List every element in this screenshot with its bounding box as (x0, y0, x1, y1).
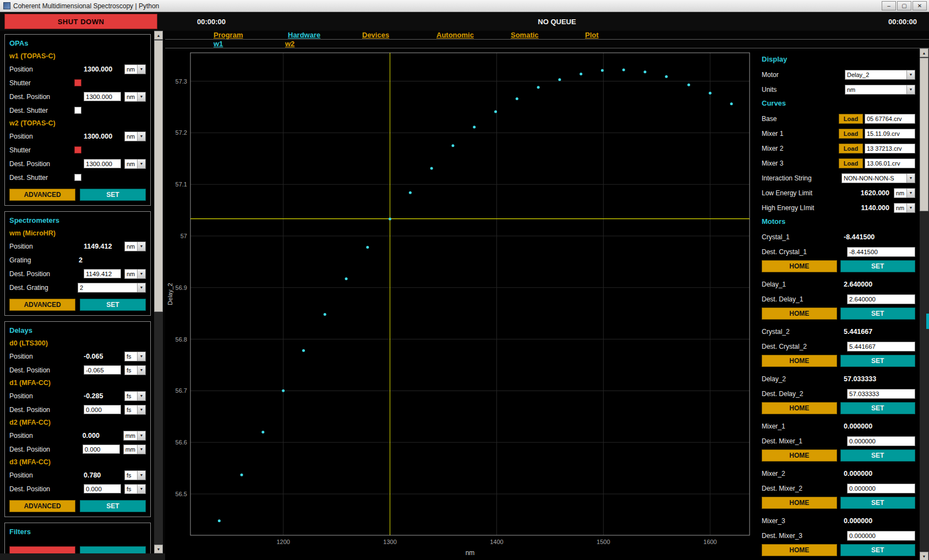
dest-units-combo[interactable]: fs ▼ (124, 405, 146, 415)
opas-advanced-button[interactable]: ADVANCED (9, 189, 75, 201)
shutdown-button[interactable]: SHUT DOWN (4, 14, 157, 29)
main-tab[interactable]: Somatic (511, 31, 585, 39)
curve-file-input[interactable] (865, 129, 915, 139)
main-tab[interactable]: Autonomic (436, 31, 511, 39)
home-button[interactable]: HOME (762, 308, 837, 320)
position-units-combo[interactable]: nm ▼ (124, 241, 146, 251)
scrollbar-thumb[interactable] (154, 40, 163, 312)
load-curve-button[interactable]: Load (839, 114, 863, 124)
motor-name: Crystal_1 (762, 233, 844, 241)
motor-dest-input[interactable] (847, 294, 915, 304)
svg-text:56.8: 56.8 (176, 336, 187, 343)
maximize-button[interactable]: ▢ (897, 1, 911, 10)
position-units-combo[interactable]: nm ▼ (124, 131, 146, 141)
curve-file-input[interactable] (865, 158, 915, 168)
filters-red-button[interactable] (9, 546, 75, 553)
dest-units-combo[interactable]: mm ▼ (123, 444, 146, 454)
dest-position-input[interactable] (84, 269, 121, 278)
hardware-subtab[interactable]: w2 (285, 40, 357, 48)
motor-dest-input[interactable] (847, 436, 915, 446)
motor-dest-input[interactable] (847, 342, 915, 352)
load-curve-button[interactable]: Load (839, 158, 863, 168)
set-button[interactable]: SET (840, 449, 916, 462)
set-button[interactable]: SET (840, 497, 916, 509)
position-units-combo[interactable]: fs ▼ (124, 391, 146, 401)
dest-position-input[interactable] (84, 159, 121, 168)
spectrometers-advanced-button[interactable]: ADVANCED (9, 299, 75, 311)
main-tab[interactable]: Program (214, 31, 288, 39)
main-tab[interactable]: Plot (585, 31, 659, 39)
motor-dest-label: Dest. Crystal_2 (762, 343, 847, 350)
dest-units-combo[interactable]: fs ▼ (124, 484, 146, 494)
position-units-combo[interactable]: fs ▼ (124, 352, 146, 361)
chevron-down-icon: ▼ (906, 70, 915, 79)
motor-combo[interactable]: Delay_2 ▼ (845, 70, 915, 80)
dest-shutter-checkbox[interactable] (74, 174, 81, 181)
set-button[interactable]: SET (840, 308, 916, 320)
dest-units-combo[interactable]: nm ▼ (124, 159, 146, 169)
minimize-button[interactable]: – (882, 1, 896, 10)
set-button[interactable]: SET (840, 402, 916, 414)
motor-dest-input[interactable] (847, 484, 915, 493)
set-button[interactable]: SET (840, 355, 916, 367)
spectrometers-set-button[interactable]: SET (80, 299, 146, 311)
opas-set-button[interactable]: SET (80, 189, 146, 201)
close-button[interactable]: ✕ (912, 1, 927, 10)
plot-canvas[interactable]: 1200130014001500160056.556.656.756.856.9… (165, 48, 757, 560)
dest-position-input[interactable] (84, 405, 121, 414)
dest-units-combo[interactable]: nm ▼ (124, 92, 146, 102)
delays-set-button[interactable]: SET (80, 500, 146, 512)
home-button[interactable]: HOME (762, 544, 837, 556)
left-scrollbar[interactable]: ▲ ▼ (154, 31, 163, 553)
right-scrollbar[interactable]: ▲ ▼ (920, 48, 929, 560)
tuning-curve-plot[interactable]: 1200130014001500160056.556.656.756.856.9… (165, 48, 757, 560)
delays-advanced-button[interactable]: ADVANCED (9, 500, 75, 512)
home-button[interactable]: HOME (762, 402, 837, 414)
motor-dest-input[interactable] (847, 247, 915, 257)
position-units-combo[interactable]: nm ▼ (124, 64, 146, 74)
dest-position-input[interactable] (84, 484, 121, 493)
position-row: Position 0.000 mm ▼ (9, 429, 146, 442)
main-tab[interactable]: Hardware (288, 31, 362, 39)
hardware-subtab[interactable]: w1 (214, 40, 285, 48)
scrollbar-thumb[interactable] (920, 58, 928, 211)
home-button[interactable]: HOME (762, 355, 837, 367)
scroll-up-icon[interactable]: ▲ (920, 48, 928, 57)
filters-set-button[interactable] (80, 546, 146, 553)
curve-file-input[interactable] (865, 144, 915, 153)
dest-units-combo[interactable]: nm ▼ (124, 269, 146, 279)
motor-dest-input[interactable] (847, 389, 915, 399)
position-units-combo[interactable]: mm ▼ (123, 431, 146, 441)
home-button[interactable]: HOME (762, 449, 837, 462)
low-energy-limit-value: 1620.000 (850, 189, 889, 197)
home-button[interactable]: HOME (762, 260, 837, 272)
high-energy-limit-row: High Energy LImit 1140.000 nm ▼ (757, 200, 920, 215)
low-energy-units-combo[interactable]: nm ▼ (894, 188, 915, 198)
set-button[interactable]: SET (840, 544, 916, 556)
dest-position-input[interactable] (84, 365, 121, 375)
dest-shutter-checkbox[interactable] (74, 107, 81, 114)
home-button[interactable]: HOME (762, 497, 837, 509)
scroll-down-icon[interactable]: ▼ (154, 545, 163, 553)
load-curve-button[interactable]: Load (839, 129, 863, 139)
scroll-up-icon[interactable]: ▲ (154, 31, 163, 40)
units-combo[interactable]: nm ▼ (845, 85, 915, 95)
scroll-down-icon[interactable]: ▼ (920, 552, 928, 560)
curve-row: Base Load (757, 111, 920, 126)
dest-grating-combo[interactable]: 2 ▼ (78, 283, 146, 293)
dest-position-input[interactable] (84, 92, 121, 101)
filters-section: Filters (4, 523, 151, 553)
load-curve-button[interactable]: Load (839, 144, 863, 153)
set-button[interactable]: SET (840, 260, 916, 272)
motor-dest-label: Dest. Mixer_2 (762, 485, 847, 492)
opa-device-name: w2 (TOPAS-C) (9, 117, 146, 129)
dest-position-input[interactable] (83, 444, 120, 454)
curve-file-input[interactable] (865, 114, 915, 124)
motor-position-value: -8.441500 (844, 233, 915, 241)
high-energy-units-combo[interactable]: nm ▼ (894, 203, 915, 213)
motor-dest-input[interactable] (847, 531, 915, 541)
position-units-combo[interactable]: fs ▼ (124, 470, 146, 480)
main-tab[interactable]: Devices (362, 31, 436, 39)
interaction-string-combo[interactable]: NON-NON-NON-S ▼ (841, 173, 915, 183)
dest-units-combo[interactable]: fs ▼ (124, 365, 146, 375)
